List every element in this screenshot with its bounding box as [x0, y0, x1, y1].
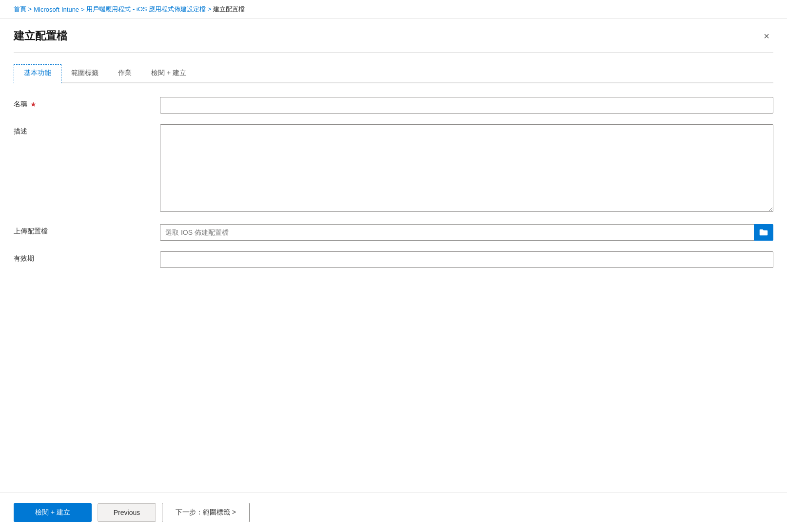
tab-basics[interactable]: 基本功能 [14, 64, 61, 83]
description-input[interactable] [160, 124, 773, 212]
panel-header: 建立配置檔 × [14, 19, 773, 53]
description-label: 描述 [14, 124, 160, 136]
description-row: 描述 [14, 124, 773, 213]
upload-control-wrap [160, 224, 773, 241]
tab-scope-tags[interactable]: 範圍標籤 [61, 65, 108, 82]
folder-icon [759, 228, 768, 236]
breadcrumb-microsoft[interactable]: Microsoft [34, 6, 59, 13]
panel-title: 建立配置檔 [14, 29, 67, 43]
review-create-button[interactable]: 檢閱 + 建立 [14, 503, 92, 522]
upload-browse-button[interactable] [754, 224, 773, 241]
upload-label: 上傳配置檔 [14, 224, 160, 236]
wizard-tabs: 基本功能 範圍標籤 作業 檢閱 + 建立 [14, 53, 773, 83]
upload-text-input[interactable] [160, 224, 754, 241]
breadcrumb: 首頁 > Microsoft Intune > 用戶端應用程式 - iOS 應用… [0, 0, 787, 19]
name-input[interactable] [160, 97, 773, 114]
footer: 檢閱 + 建立 Previous 下一步：範圍標籤 > [0, 493, 787, 532]
breadcrumb-home[interactable]: 首頁 > [14, 5, 32, 14]
validity-label: 有效期 [14, 251, 160, 263]
form-area: 名稱 ★ 描述 上傳配置檔 [14, 83, 773, 493]
breadcrumb-current: 建立配置檔 [213, 5, 245, 14]
create-profile-panel: 建立配置檔 × 基本功能 範圍標籤 作業 檢閱 + 建立 名稱 ★ 描述 [0, 19, 787, 493]
name-label: 名稱 ★ [14, 97, 160, 109]
validity-row: 有效期 [14, 251, 773, 268]
previous-button[interactable]: Previous [98, 503, 156, 522]
validity-input[interactable] [160, 251, 773, 268]
tab-review-create[interactable]: 檢閱 + 建立 [141, 65, 196, 82]
description-control-wrap [160, 124, 773, 213]
breadcrumb-intune[interactable]: Intune > [61, 6, 84, 13]
name-control-wrap [160, 97, 773, 114]
upload-row: 上傳配置檔 [14, 224, 773, 241]
validity-control-wrap [160, 251, 773, 268]
name-row: 名稱 ★ [14, 97, 773, 114]
close-button[interactable]: × [760, 29, 773, 43]
next-button[interactable]: 下一步：範圍標籤 > [162, 503, 250, 522]
required-indicator: ★ [30, 100, 37, 108]
upload-input-group [160, 224, 773, 241]
tab-assignments[interactable]: 作業 [108, 65, 141, 82]
breadcrumb-apps[interactable]: 用戶端應用程式 - iOS 應用程式佈建設定檔 > [86, 5, 211, 14]
